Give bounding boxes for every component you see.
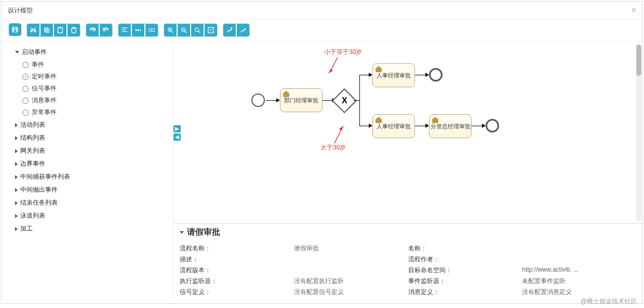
flow[interactable] xyxy=(359,75,370,75)
svg-rect-5 xyxy=(138,29,139,31)
group-label: 启动事件 xyxy=(22,48,47,57)
palette-collapse-icon[interactable]: ◀ xyxy=(173,133,181,141)
content: 启动事件 事件 定时事件 信号事件 消息事件 异常事件 活动列表 结构列表 网关… xyxy=(2,42,642,302)
shape-none-start[interactable]: 事件 xyxy=(22,59,164,71)
shape-message-start[interactable]: 消息事件 xyxy=(22,95,164,106)
end-event-2[interactable] xyxy=(486,119,499,132)
task-dept-mgr[interactable]: 部门经理审批 xyxy=(280,88,323,112)
task-hr-mgr-1[interactable]: 人事经理审批 xyxy=(372,63,415,87)
start-event[interactable] xyxy=(251,93,265,107)
prop-value[interactable] xyxy=(522,244,636,253)
size-button[interactable] xyxy=(145,24,158,36)
prop-label: 描述： xyxy=(180,255,294,264)
prop-value[interactable]: 未配置事件监听 xyxy=(522,277,636,286)
shape-error-start[interactable]: 异常事件 xyxy=(22,106,164,118)
flow[interactable] xyxy=(266,100,277,101)
props-header[interactable]: 请假审批 xyxy=(173,224,642,241)
svg-rect-4 xyxy=(136,29,137,31)
zoom-reset-button[interactable] xyxy=(191,24,204,36)
group-boundary[interactable]: 边界事件 xyxy=(11,157,164,170)
prop-label: 名称： xyxy=(408,244,522,253)
arrow-icon xyxy=(369,124,372,128)
group-throw[interactable]: 中间抛出事件 xyxy=(11,183,164,196)
properties-panel: 请假审批 流程名称：请假审批 描述： 流程版本： 执行监听器：没有配置执行监听 … xyxy=(173,223,642,302)
chevron-right-icon xyxy=(15,162,18,166)
prop-label: 事件监听器： xyxy=(408,277,522,286)
prop-value[interactable]: http://www.activiti. ... xyxy=(522,266,636,275)
redo-button[interactable] xyxy=(86,24,99,36)
prop-value[interactable] xyxy=(294,255,408,264)
delete-button[interactable] xyxy=(68,24,80,36)
shape-timer-start[interactable]: 定时事件 xyxy=(22,71,164,83)
props-right: 名称： 流程作者： 目标命名空间：http://www.activiti. ..… xyxy=(408,244,637,297)
dialog-title: 设计模型 xyxy=(8,2,33,19)
palette-sidebar: 启动事件 事件 定时事件 信号事件 消息事件 异常事件 活动列表 结构列表 网关… xyxy=(2,42,173,302)
toolbar xyxy=(2,19,642,42)
distribute-button[interactable] xyxy=(132,24,144,36)
arrow-icon xyxy=(425,73,429,77)
vertical-scrollbar[interactable] xyxy=(636,44,641,221)
task-div-mgr[interactable]: 分管总经理审批 xyxy=(429,114,472,138)
bendpoint-add-button[interactable] xyxy=(223,24,236,36)
exclusive-gateway[interactable]: X xyxy=(332,88,357,113)
prop-value[interactable]: 没有配置消息定义 xyxy=(522,288,636,297)
group-end[interactable]: 结束任务列表 xyxy=(11,196,164,209)
prop-label: 流程版本： xyxy=(180,266,294,275)
bendpoint-remove-button[interactable] xyxy=(237,24,249,36)
prop-value[interactable] xyxy=(522,255,636,264)
flow[interactable] xyxy=(472,126,483,126)
task-hr-mgr-2[interactable]: 人事经理审批 xyxy=(372,114,415,138)
arrow-icon xyxy=(425,124,429,128)
flow[interactable] xyxy=(415,126,426,126)
svg-point-13 xyxy=(231,28,233,30)
close-icon[interactable]: × xyxy=(632,2,636,19)
group-activities[interactable]: 活动列表 xyxy=(11,118,164,131)
x-icon: X xyxy=(342,96,347,105)
red-arrow-top-icon xyxy=(328,56,344,75)
prop-label: 流程作者： xyxy=(408,255,522,264)
copy-button[interactable] xyxy=(41,24,53,36)
svg-marker-15 xyxy=(328,69,333,74)
svg-line-16 xyxy=(334,129,342,143)
bpmn-canvas[interactable]: ▶ ◀ 小于等于30岁 部门经理审批 X 人事经理审批 xyxy=(173,42,642,223)
chevron-down-icon xyxy=(180,231,184,234)
prop-value[interactable] xyxy=(294,266,408,275)
signal-icon xyxy=(22,86,29,92)
paste-button[interactable] xyxy=(54,24,66,36)
group-start-events[interactable]: 启动事件 xyxy=(11,46,164,59)
svg-marker-17 xyxy=(339,126,344,131)
end-event-1[interactable] xyxy=(429,68,442,82)
props-body: 流程名称：请假审批 描述： 流程版本： 执行监听器：没有配置执行监听 信号定义：… xyxy=(173,241,642,302)
shape-signal-start[interactable]: 信号事件 xyxy=(22,83,164,95)
save-button[interactable] xyxy=(9,23,21,36)
chevron-right-icon xyxy=(15,175,18,179)
palette-expand-icon[interactable]: ▶ xyxy=(173,125,181,132)
group-process[interactable]: 加工 xyxy=(11,222,164,235)
arrow-icon xyxy=(482,124,486,128)
circle-icon xyxy=(22,62,29,68)
svg-point-11 xyxy=(195,28,199,32)
zoom-fit-button[interactable] xyxy=(205,24,217,36)
annotation-bottom: 大于30岁 xyxy=(320,143,346,152)
flow[interactable] xyxy=(359,126,370,126)
zoom-out-button[interactable] xyxy=(178,24,190,36)
group-catch[interactable]: 中间捕获事件列表 xyxy=(11,170,164,183)
prop-value[interactable]: 没有配置信号定义 xyxy=(294,288,408,297)
group-structures[interactable]: 结构列表 xyxy=(11,131,164,144)
flow[interactable] xyxy=(359,75,360,126)
envelope-icon xyxy=(22,98,29,104)
clock-icon xyxy=(22,74,29,80)
prop-value[interactable]: 请假审批 xyxy=(294,244,408,253)
zoom-in-button[interactable] xyxy=(164,24,177,36)
flow[interactable] xyxy=(415,75,426,75)
dialog-header: 设计模型 × xyxy=(2,2,642,19)
align-button[interactable] xyxy=(118,24,131,36)
red-arrow-bottom-icon xyxy=(332,126,348,144)
group-gateways[interactable]: 网关列表 xyxy=(11,144,164,157)
undo-button[interactable] xyxy=(100,24,112,36)
cut-button[interactable] xyxy=(27,24,39,36)
group-swimlane[interactable]: 泳道列表 xyxy=(11,209,164,222)
svg-rect-8 xyxy=(152,29,154,31)
prop-value[interactable]: 没有配置执行监听 xyxy=(294,277,408,286)
scrollbar-thumb[interactable] xyxy=(636,45,641,76)
